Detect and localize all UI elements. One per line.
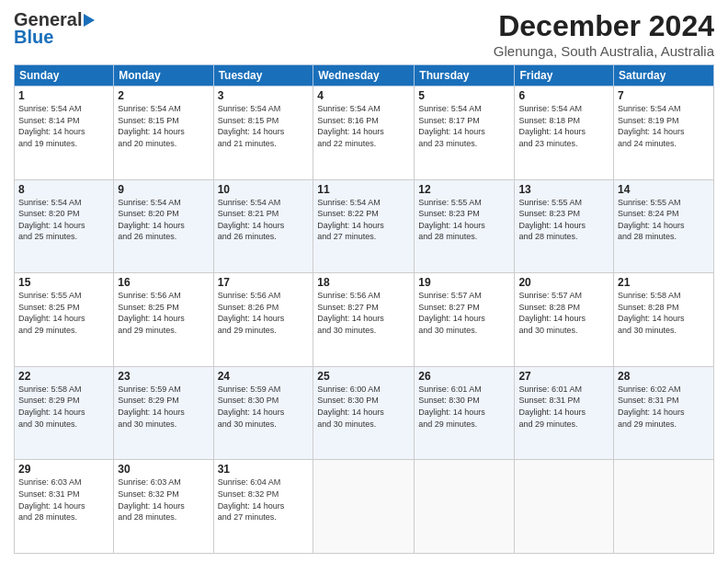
day-info: Sunrise: 5:55 AM Sunset: 8:25 PM Dayligh… [18, 290, 109, 336]
day-info: Sunrise: 5:58 AM Sunset: 8:29 PM Dayligh… [18, 384, 109, 430]
table-cell: 14Sunrise: 5:55 AM Sunset: 8:24 PM Dayli… [614, 179, 714, 273]
day-number: 24 [218, 370, 310, 383]
col-wednesday: Wednesday [313, 65, 415, 86]
day-number: 26 [418, 370, 510, 383]
day-info: Sunrise: 5:54 AM Sunset: 8:20 PM Dayligh… [18, 197, 109, 243]
day-info: Sunrise: 5:59 AM Sunset: 8:30 PM Dayligh… [218, 384, 310, 430]
table-cell: 18Sunrise: 5:56 AM Sunset: 8:27 PM Dayli… [313, 273, 415, 367]
calendar-week-4: 22Sunrise: 5:58 AM Sunset: 8:29 PM Dayli… [15, 366, 714, 460]
day-number: 2 [118, 89, 209, 102]
page-subtitle: Glenunga, South Australia, Australia [494, 43, 714, 59]
day-info: Sunrise: 5:54 AM Sunset: 8:17 PM Dayligh… [418, 103, 510, 149]
col-friday: Friday [515, 65, 614, 86]
table-cell: 17Sunrise: 5:56 AM Sunset: 8:26 PM Dayli… [213, 273, 313, 367]
table-cell: 9Sunrise: 5:54 AM Sunset: 8:20 PM Daylig… [114, 179, 213, 273]
table-cell: 12Sunrise: 5:55 AM Sunset: 8:23 PM Dayli… [415, 179, 515, 273]
col-saturday: Saturday [614, 65, 714, 86]
day-info: Sunrise: 6:04 AM Sunset: 8:32 PM Dayligh… [218, 477, 310, 523]
day-info: Sunrise: 6:03 AM Sunset: 8:32 PM Dayligh… [118, 477, 209, 523]
day-info: Sunrise: 5:55 AM Sunset: 8:24 PM Dayligh… [618, 197, 710, 243]
table-cell: 26Sunrise: 6:01 AM Sunset: 8:30 PM Dayli… [415, 366, 515, 460]
day-info: Sunrise: 5:54 AM Sunset: 8:18 PM Dayligh… [518, 103, 609, 149]
table-cell: 8Sunrise: 5:54 AM Sunset: 8:20 PM Daylig… [15, 179, 114, 273]
calendar-week-5: 29Sunrise: 6:03 AM Sunset: 8:31 PM Dayli… [15, 460, 714, 554]
day-number: 5 [418, 89, 510, 102]
day-number: 25 [317, 370, 410, 383]
day-number: 8 [18, 183, 109, 196]
logo: General Blue [14, 9, 95, 48]
day-number: 18 [317, 276, 410, 289]
day-number: 31 [218, 463, 310, 476]
table-cell [515, 460, 614, 554]
table-cell: 23Sunrise: 5:59 AM Sunset: 8:29 PM Dayli… [114, 366, 213, 460]
day-number: 9 [118, 183, 209, 196]
header: General Blue December 2024 Glenunga, Sou… [14, 9, 714, 59]
day-number: 21 [618, 276, 710, 289]
col-monday: Monday [114, 65, 213, 86]
day-number: 28 [618, 370, 710, 383]
day-info: Sunrise: 5:58 AM Sunset: 8:28 PM Dayligh… [618, 290, 710, 336]
col-sunday: Sunday [15, 65, 114, 86]
day-number: 6 [518, 89, 609, 102]
calendar-week-1: 1Sunrise: 5:54 AM Sunset: 8:14 PM Daylig… [15, 86, 714, 180]
day-number: 15 [18, 276, 109, 289]
day-info: Sunrise: 5:54 AM Sunset: 8:15 PM Dayligh… [118, 103, 209, 149]
table-cell [313, 460, 415, 554]
table-cell: 11Sunrise: 5:54 AM Sunset: 8:22 PM Dayli… [313, 179, 415, 273]
table-cell: 10Sunrise: 5:54 AM Sunset: 8:21 PM Dayli… [213, 179, 313, 273]
table-cell: 31Sunrise: 6:04 AM Sunset: 8:32 PM Dayli… [213, 460, 313, 554]
table-cell: 22Sunrise: 5:58 AM Sunset: 8:29 PM Dayli… [15, 366, 114, 460]
day-number: 14 [618, 183, 710, 196]
table-cell: 21Sunrise: 5:58 AM Sunset: 8:28 PM Dayli… [614, 273, 714, 367]
day-info: Sunrise: 5:54 AM Sunset: 8:22 PM Dayligh… [317, 197, 410, 243]
day-number: 4 [317, 89, 410, 102]
page: General Blue December 2024 Glenunga, Sou… [0, 0, 728, 563]
day-info: Sunrise: 5:54 AM Sunset: 8:15 PM Dayligh… [218, 103, 310, 149]
day-info: Sunrise: 5:57 AM Sunset: 8:27 PM Dayligh… [418, 290, 510, 336]
day-info: Sunrise: 6:02 AM Sunset: 8:31 PM Dayligh… [618, 384, 710, 430]
table-cell: 29Sunrise: 6:03 AM Sunset: 8:31 PM Dayli… [15, 460, 114, 554]
day-info: Sunrise: 6:01 AM Sunset: 8:30 PM Dayligh… [418, 384, 510, 430]
day-number: 13 [518, 183, 609, 196]
day-info: Sunrise: 5:54 AM Sunset: 8:16 PM Dayligh… [317, 103, 410, 149]
calendar-week-2: 8Sunrise: 5:54 AM Sunset: 8:20 PM Daylig… [15, 179, 714, 273]
day-info: Sunrise: 5:55 AM Sunset: 8:23 PM Dayligh… [518, 197, 609, 243]
table-cell: 2Sunrise: 5:54 AM Sunset: 8:15 PM Daylig… [114, 86, 213, 180]
day-number: 19 [418, 276, 510, 289]
day-number: 22 [18, 370, 109, 383]
day-info: Sunrise: 5:54 AM Sunset: 8:19 PM Dayligh… [618, 103, 710, 149]
day-number: 12 [418, 183, 510, 196]
table-cell: 19Sunrise: 5:57 AM Sunset: 8:27 PM Dayli… [415, 273, 515, 367]
day-info: Sunrise: 5:56 AM Sunset: 8:25 PM Dayligh… [118, 290, 209, 336]
page-title: December 2024 [494, 9, 714, 43]
day-info: Sunrise: 5:55 AM Sunset: 8:23 PM Dayligh… [418, 197, 510, 243]
table-cell: 28Sunrise: 6:02 AM Sunset: 8:31 PM Dayli… [614, 366, 714, 460]
day-number: 1 [18, 89, 109, 102]
day-info: Sunrise: 5:54 AM Sunset: 8:21 PM Dayligh… [218, 197, 310, 243]
day-number: 23 [118, 370, 209, 383]
table-cell: 16Sunrise: 5:56 AM Sunset: 8:25 PM Dayli… [114, 273, 213, 367]
table-cell: 13Sunrise: 5:55 AM Sunset: 8:23 PM Dayli… [515, 179, 614, 273]
day-number: 3 [218, 89, 310, 102]
table-cell [614, 460, 714, 554]
table-cell: 27Sunrise: 6:01 AM Sunset: 8:31 PM Dayli… [515, 366, 614, 460]
day-number: 27 [518, 370, 609, 383]
table-cell: 30Sunrise: 6:03 AM Sunset: 8:32 PM Dayli… [114, 460, 213, 554]
table-cell: 20Sunrise: 5:57 AM Sunset: 8:28 PM Dayli… [515, 273, 614, 367]
day-number: 17 [218, 276, 310, 289]
table-cell: 3Sunrise: 5:54 AM Sunset: 8:15 PM Daylig… [213, 86, 313, 180]
day-number: 29 [18, 463, 109, 476]
day-info: Sunrise: 6:01 AM Sunset: 8:31 PM Dayligh… [518, 384, 609, 430]
calendar-header-row: Sunday Monday Tuesday Wednesday Thursday… [15, 65, 714, 86]
table-cell: 4Sunrise: 5:54 AM Sunset: 8:16 PM Daylig… [313, 86, 415, 180]
table-cell: 24Sunrise: 5:59 AM Sunset: 8:30 PM Dayli… [213, 366, 313, 460]
day-info: Sunrise: 5:54 AM Sunset: 8:20 PM Dayligh… [118, 197, 209, 243]
day-number: 11 [317, 183, 410, 196]
table-cell: 6Sunrise: 5:54 AM Sunset: 8:18 PM Daylig… [515, 86, 614, 180]
logo-arrow-icon [84, 14, 95, 27]
table-cell: 5Sunrise: 5:54 AM Sunset: 8:17 PM Daylig… [415, 86, 515, 180]
day-number: 7 [618, 89, 710, 102]
table-cell: 25Sunrise: 6:00 AM Sunset: 8:30 PM Dayli… [313, 366, 415, 460]
col-thursday: Thursday [415, 65, 515, 86]
day-info: Sunrise: 5:57 AM Sunset: 8:28 PM Dayligh… [518, 290, 609, 336]
